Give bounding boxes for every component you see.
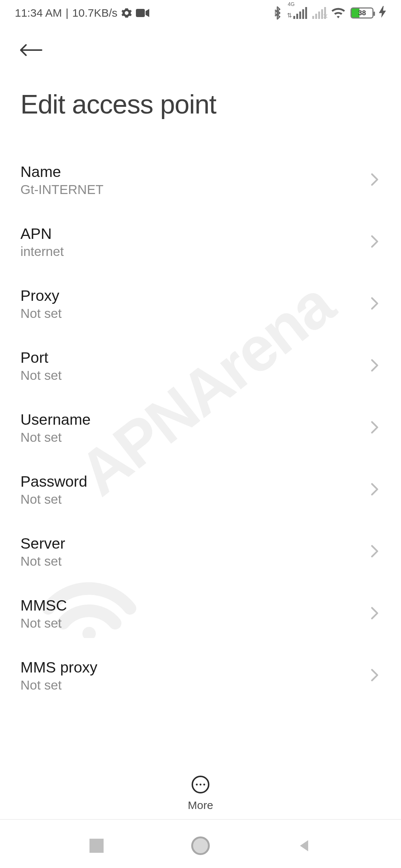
status-time: 11:34 AM <box>15 7 62 19</box>
data-arrows-icon: ⇅ <box>287 12 292 19</box>
chevron-right-icon <box>371 668 379 683</box>
row-mms-proxy[interactable]: MMS proxy Not set <box>0 645 401 707</box>
row-server[interactable]: Server Not set <box>0 521 401 583</box>
row-value: Not set <box>20 492 87 507</box>
row-label: APN <box>20 225 64 243</box>
back-button[interactable] <box>19 41 45 59</box>
signal-sim1: 4G ⇅ <box>287 7 307 19</box>
row-label: MMS proxy <box>20 659 97 676</box>
svg-point-5 <box>203 784 205 786</box>
row-value: Not set <box>20 368 62 383</box>
row-username[interactable]: Username Not set <box>0 397 401 459</box>
chevron-right-icon <box>371 606 379 621</box>
status-speed: 10.7KB/s <box>72 7 118 19</box>
row-value: internet <box>20 244 64 259</box>
row-password[interactable]: Password Not set <box>0 459 401 521</box>
no-sim-x-icon: ✕ <box>323 12 328 20</box>
battery-percent: 38 <box>352 9 372 17</box>
nav-recents-button[interactable] <box>85 835 108 857</box>
settings-list: Name Gt-INTERNET APN internet Proxy Not … <box>0 131 401 707</box>
action-bar: More <box>0 775 401 820</box>
arrow-left-icon <box>19 43 43 57</box>
row-value: Gt-INTERNET <box>20 182 104 197</box>
bluetooth-icon <box>273 6 282 20</box>
nav-back-button[interactable] <box>293 835 316 857</box>
row-apn[interactable]: APN internet <box>0 211 401 273</box>
chevron-right-icon <box>371 297 379 312</box>
gear-icon <box>121 7 132 19</box>
status-left: 11:34 AM | 10.7KB/s <box>15 7 149 19</box>
chevron-right-icon <box>371 421 379 435</box>
status-right: 4G ⇅ ✕ 38 <box>273 6 386 20</box>
triangle-left-icon <box>297 838 312 853</box>
row-label: Server <box>20 535 65 552</box>
row-label: Name <box>20 163 104 181</box>
square-icon <box>89 839 104 853</box>
row-label: Proxy <box>20 287 62 305</box>
chevron-right-icon <box>371 483 379 497</box>
chevron-right-icon <box>371 545 379 559</box>
row-port[interactable]: Port Not set <box>0 335 401 397</box>
svg-rect-1 <box>136 9 145 17</box>
battery-icon: 38 <box>351 7 374 19</box>
camera-icon <box>136 8 149 18</box>
page-title: Edit access point <box>0 67 401 131</box>
more-button[interactable]: More <box>188 775 213 812</box>
row-label: Password <box>20 473 87 490</box>
nav-bar <box>0 823 401 868</box>
chevron-right-icon <box>371 359 379 374</box>
chevron-right-icon <box>371 235 379 250</box>
row-name[interactable]: Name Gt-INTERNET <box>0 149 401 211</box>
list-fade <box>0 742 401 772</box>
row-proxy[interactable]: Proxy Not set <box>0 273 401 335</box>
svg-point-3 <box>196 784 198 786</box>
row-value: Not set <box>20 430 91 445</box>
status-sep: | <box>66 7 69 19</box>
nav-home-button[interactable] <box>189 835 212 857</box>
circle-icon <box>191 836 210 855</box>
row-label: Username <box>20 411 91 428</box>
more-label: More <box>188 799 213 812</box>
signal-4g-label: 4G <box>288 1 295 7</box>
row-label: Port <box>20 349 62 366</box>
row-value: Not set <box>20 616 67 631</box>
svg-point-4 <box>199 784 201 786</box>
row-value: Not set <box>20 554 65 569</box>
row-value: Not set <box>20 306 62 321</box>
row-mmsc[interactable]: MMSC Not set <box>0 583 401 645</box>
wifi-icon <box>331 7 345 19</box>
chevron-right-icon <box>371 173 379 188</box>
row-label: MMSC <box>20 597 67 614</box>
more-icon <box>191 775 210 795</box>
status-bar: 11:34 AM | 10.7KB/s 4G ⇅ ✕ 38 <box>0 0 401 26</box>
signal-sim2: ✕ <box>312 7 326 19</box>
charging-bolt-icon <box>379 6 386 20</box>
row-value: Not set <box>20 678 97 693</box>
